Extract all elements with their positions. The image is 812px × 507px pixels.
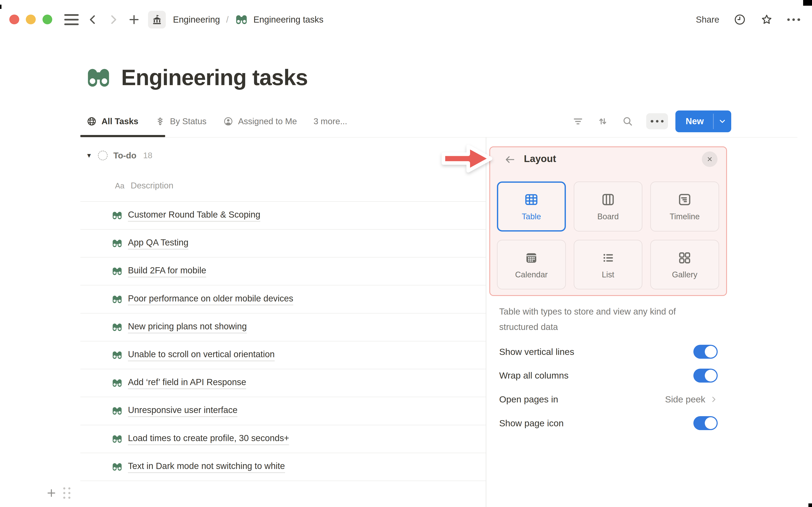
tab-by-status[interactable]: By Status (155, 116, 207, 126)
table-rows: Customer Round Table & Scoping App QA Te… (80, 201, 486, 481)
layout-option-label: Table (522, 212, 541, 221)
layout-option-timeline[interactable]: Timeline (650, 181, 719, 232)
close-window-button[interactable] (9, 14, 19, 24)
clock-icon[interactable] (733, 13, 746, 26)
layout-options-grid: Table Board Timeline Calendar List Galle… (497, 181, 719, 290)
table-row[interactable]: New pricing plans not showing (80, 314, 486, 341)
layout-option-table[interactable]: Table (497, 181, 566, 232)
fullscreen-window-button[interactable] (43, 14, 52, 24)
row-title[interactable]: Customer Round Table & Scoping (128, 209, 260, 222)
tab-label: Assigned to Me (238, 116, 297, 126)
layout-option-gallery[interactable]: Gallery (650, 240, 719, 289)
window-titlebar: Engineering / Engineering tasks Share (0, 0, 812, 39)
layout-panel-title: Layout (524, 153, 556, 164)
teamspace-building-icon[interactable] (148, 11, 165, 28)
screenshot-artifact (808, 503, 812, 507)
status-traffic-light-icon (155, 116, 165, 126)
table-row[interactable]: Unable to scroll on vertical orientation (80, 341, 486, 369)
breadcrumb-page[interactable]: Engineering tasks (254, 14, 323, 25)
topbar-nav: Engineering / Engineering tasks (64, 0, 323, 39)
show-vertical-lines-toggle[interactable] (693, 345, 718, 359)
row-title[interactable]: Build 2FA for mobile (128, 265, 206, 277)
active-tab-underline (80, 135, 165, 137)
new-button[interactable]: New (675, 110, 731, 132)
back-icon[interactable] (86, 13, 100, 26)
search-icon[interactable] (621, 115, 634, 128)
add-row-plus-icon[interactable] (46, 487, 57, 499)
share-button[interactable]: Share (696, 14, 719, 25)
table-row[interactable]: Load times to create profile, 30 seconds… (80, 425, 486, 453)
group-header-todo[interactable]: ▼ To-do 18 (86, 151, 152, 161)
sidebar-menu-icon[interactable] (64, 12, 79, 27)
binoculars-icon (111, 433, 123, 445)
binoculars-icon (111, 294, 123, 305)
binoculars-icon[interactable] (85, 64, 112, 91)
new-dropdown-button[interactable] (714, 110, 731, 132)
gallery-layout-icon (677, 250, 692, 266)
close-button[interactable] (702, 152, 717, 167)
sort-icon[interactable] (597, 115, 609, 128)
tab-all-tasks[interactable]: All Tasks (87, 116, 138, 126)
breadcrumb: Engineering / Engineering tasks (173, 13, 323, 26)
layout-option-board[interactable]: Board (574, 181, 643, 232)
setting-label: Show vertical lines (499, 347, 574, 357)
setting-value: Side peek (665, 394, 705, 404)
row-title[interactable]: Unable to scroll on vertical orientation (128, 349, 275, 361)
layout-option-label: Board (597, 212, 619, 221)
screenshot-artifact (803, 0, 812, 6)
setting-open-pages-in[interactable]: Open pages in Side peek (489, 387, 727, 411)
page-title[interactable]: Engineering tasks (121, 65, 308, 90)
table-row[interactable]: Text in Dark mode not switching to white (80, 453, 486, 481)
row-title[interactable]: Poor performance on older mobile devices (128, 293, 293, 305)
tabs-divider (80, 137, 798, 137)
tab-assigned-to-me[interactable]: Assigned to Me (223, 116, 297, 126)
star-icon[interactable] (760, 13, 773, 26)
show-page-icon-toggle[interactable] (693, 416, 718, 430)
more-icon[interactable] (787, 18, 800, 21)
table-row[interactable]: App QA Testing (80, 230, 486, 258)
row-title[interactable]: Unresponsive user interface (128, 405, 238, 417)
view-more-icon[interactable] (646, 113, 668, 129)
new-page-icon[interactable] (127, 13, 141, 26)
table-row[interactable]: Build 2FA for mobile (80, 258, 486, 285)
binoculars-icon (111, 349, 123, 361)
row-title[interactable]: Add ‘ref’ field in API Response (128, 377, 246, 389)
drag-handle-icon[interactable] (63, 487, 70, 499)
back-arrow-icon[interactable] (504, 153, 516, 166)
page-header: Engineering tasks (85, 64, 308, 91)
table-row[interactable]: Add ‘ref’ field in API Response (80, 369, 486, 397)
traffic-lights (9, 14, 52, 24)
view-tabs-bar: All Tasks By Status Assigned to Me 3 mor… (80, 107, 798, 137)
row-title[interactable]: New pricing plans not showing (128, 321, 247, 333)
group-count: 18 (143, 151, 152, 160)
tab-label: By Status (170, 116, 207, 126)
tab-more-views[interactable]: 3 more... (314, 116, 347, 126)
setting-label: Wrap all columns (499, 370, 569, 381)
setting-show-page-icon: Show page icon (489, 411, 727, 435)
row-title[interactable]: Load times to create profile, 30 seconds… (128, 433, 289, 445)
column-header-description[interactable]: Aa Description (115, 181, 173, 190)
column-label: Description (131, 181, 173, 190)
filter-icon[interactable] (572, 115, 584, 128)
person-icon (223, 116, 234, 126)
layout-option-calendar[interactable]: Calendar (497, 240, 566, 289)
table-row[interactable]: Customer Round Table & Scoping (80, 202, 486, 230)
table-row[interactable]: Unresponsive user interface (80, 397, 486, 425)
row-title[interactable]: Text in Dark mode not switching to white (128, 461, 285, 473)
layout-panel: Layout Table Board Timeline Calendar Lis… (489, 147, 727, 296)
layout-option-list[interactable]: List (574, 240, 643, 289)
forward-icon[interactable] (107, 13, 120, 26)
minimize-window-button[interactable] (26, 14, 36, 24)
add-row-controls (46, 487, 70, 499)
table-row[interactable]: Poor performance on older mobile devices (80, 285, 486, 313)
group-disclosure-icon[interactable]: ▼ (86, 152, 92, 159)
row-title[interactable]: App QA Testing (128, 237, 189, 249)
breadcrumb-space[interactable]: Engineering (173, 14, 220, 25)
wrap-all-columns-toggle[interactable] (693, 369, 718, 383)
text-type-icon: Aa (115, 181, 124, 190)
new-button-label[interactable]: New (675, 110, 713, 132)
toggle-knob (705, 370, 717, 382)
binoculars-icon (111, 210, 123, 221)
binoculars-icon (111, 405, 123, 416)
binoculars-icon (111, 238, 123, 249)
